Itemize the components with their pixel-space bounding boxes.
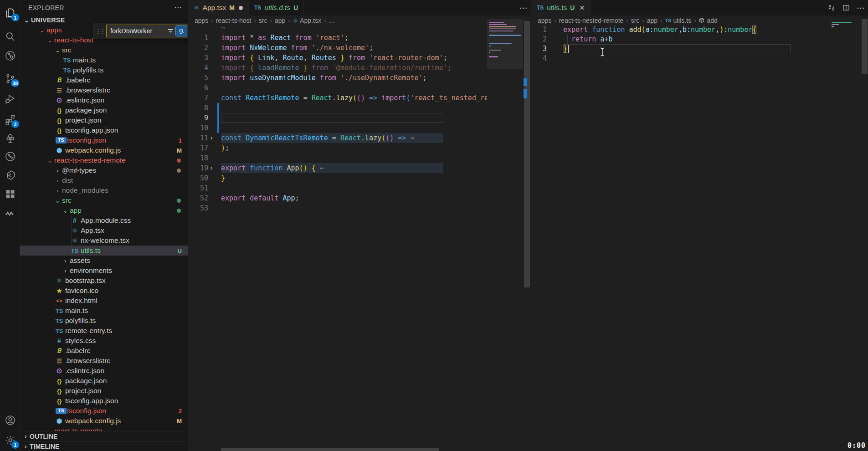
minimap-slider[interactable] xyxy=(487,19,523,69)
tab-utils.ts[interactable]: TSutils.tsU✕ xyxy=(531,0,591,15)
settings-icon[interactable]: 1 xyxy=(0,430,20,450)
tree-file-tsconfig.json[interactable]: TStsconfig.json1 xyxy=(20,135,188,145)
tree-folder-app[interactable]: ⌄app xyxy=(20,205,188,215)
panel-header-timeline[interactable]: ›TIMELINE xyxy=(20,441,188,451)
tree-folder-dist[interactable]: ›dist xyxy=(20,175,188,185)
tree-file-.eslintrc.json[interactable]: ⊙.eslintrc.json xyxy=(20,95,188,105)
scrollbar-thumb[interactable] xyxy=(862,19,868,74)
code-editor[interactable]: ⋯1import * as React from 'react';2import… xyxy=(188,23,487,213)
tree-file-polyfills.ts[interactable]: TSpolyfills.ts xyxy=(20,316,188,326)
code-line-7[interactable]: 7const ReactTsRemote = React.lazy(() => … xyxy=(188,93,487,103)
code-line-53[interactable]: 53 xyxy=(188,203,487,213)
tab-utils.d.ts[interactable]: TSutils.d.tsU xyxy=(249,0,304,15)
breadcrumb-item-apps[interactable]: apps xyxy=(538,17,551,24)
commit-graph-icon[interactable] xyxy=(0,146,20,166)
breadcrumb-item-react-ts-nested-remote[interactable]: react-ts-nested-remote xyxy=(559,17,624,24)
tree-file-bootstrap.tsx[interactable]: ⚛bootstrap.tsx xyxy=(20,276,188,286)
code-line-1[interactable]: 1import * as React from 'react'; xyxy=(188,33,487,43)
tree-file-.browserslistrc[interactable]: ☰.browserslistrc xyxy=(20,356,188,366)
breadcrumb-item-app[interactable]: app xyxy=(647,17,657,24)
tree-file-project.json[interactable]: {}project.json xyxy=(20,386,188,396)
code-line-52[interactable]: 52export default App; xyxy=(188,193,487,203)
code-line-17[interactable]: 17); xyxy=(188,143,487,153)
code-line-19[interactable]: 19›export function App() { ⋯ xyxy=(188,163,487,173)
drag-grip-icon[interactable]: ⋮⋮ xyxy=(94,28,106,35)
explorer-icon[interactable]: 1 xyxy=(0,3,20,23)
tree-file-App.module.css[interactable]: #App.module.css xyxy=(20,215,188,226)
list-filter-icon[interactable] xyxy=(165,26,176,36)
tree-file-tsconfig.json[interactable]: TStsconfig.json2 xyxy=(20,406,188,416)
tree-file-webpack.config.js[interactable]: ⬢webpack.config.jsM xyxy=(20,416,188,426)
tree-file-package.json[interactable]: {}package.json xyxy=(20,376,188,386)
tree-folder-@mf-types[interactable]: ›@mf-types xyxy=(20,165,188,175)
code-line-3[interactable]: 3} xyxy=(531,44,829,54)
tree-folder-src[interactable]: ⌄src xyxy=(20,45,188,55)
tree-folder-node-modules[interactable]: ›node_modules xyxy=(20,185,188,195)
tree-folder-src[interactable]: ⌄src xyxy=(20,195,188,205)
code-line-11[interactable]: 11›const DynamicReactTsRemote = React.la… xyxy=(188,133,487,143)
tree-file-project.json[interactable]: {}project.json xyxy=(20,115,188,125)
tree-file-styles.css[interactable]: #styles.css xyxy=(20,336,188,346)
tree-file-main.ts[interactable]: TSmain.ts xyxy=(20,55,188,65)
tree-file-.eslintrc.json[interactable]: ⊙.eslintrc.json xyxy=(20,366,188,376)
panel-header-outline[interactable]: ›OUTLINE xyxy=(20,431,188,441)
tree-file-.babelrc[interactable]: Ᏼ.babelrc xyxy=(20,75,188,85)
tab-App.tsx[interactable]: ⚛App.tsxM xyxy=(188,0,249,15)
tree-folder-environments[interactable]: ›environments xyxy=(20,266,188,276)
tree-file-.browserslistrc[interactable]: ☰.browserslistrc xyxy=(20,85,188,95)
scrollbar-thumb[interactable] xyxy=(524,21,530,287)
code-line-8[interactable]: 8 xyxy=(188,103,487,113)
code-line-1[interactable]: 1export function add(a:number,b:number,)… xyxy=(531,25,829,35)
code-editor[interactable]: 1export function add(a:number,b:number,)… xyxy=(531,25,829,63)
todo-tree-icon[interactable] xyxy=(0,128,20,148)
more-actions-icon[interactable]: ⋯ xyxy=(857,3,864,13)
run-debug-icon[interactable] xyxy=(0,88,20,108)
scrollbar-thumb[interactable] xyxy=(221,448,439,451)
code-line-2[interactable]: 2 return a+b xyxy=(531,35,829,44)
accounts-icon[interactable] xyxy=(0,410,20,430)
tree-file-remote-entry.ts[interactable]: TSremote-entry.ts xyxy=(20,326,188,336)
tree-file-favicon.ico[interactable]: ★favicon.ico xyxy=(20,286,188,296)
tree-file-main.ts[interactable]: TSmain.ts xyxy=(20,306,188,316)
tree-file-utils.ts[interactable]: TSutils.tsU xyxy=(20,246,188,256)
breadcrumb-item-utils.ts[interactable]: TSutils.ts xyxy=(665,17,691,24)
more-actions-icon[interactable]: ⋯ xyxy=(519,3,527,13)
grid-tool-icon[interactable] xyxy=(0,184,20,204)
code-line-2[interactable]: 2import NxWelcome from './nx-welcome'; xyxy=(188,43,487,53)
code-line-5[interactable]: 5import useDynamicModule from './useDyna… xyxy=(188,73,487,83)
code-line-51[interactable]: 51 xyxy=(188,183,487,193)
code-line-4[interactable]: 4import { loadRemote } from '@module-fed… xyxy=(188,63,487,73)
git-graph-icon[interactable] xyxy=(0,46,20,66)
minimap[interactable] xyxy=(830,15,861,451)
code-line-9[interactable]: 9 xyxy=(188,113,487,123)
tree-file-index.html[interactable]: <>index.html xyxy=(20,296,188,306)
tree-file-nx-welcome.tsx[interactable]: ⚛nx-welcome.tsx xyxy=(20,236,188,246)
code-line-50[interactable]: 50} xyxy=(188,173,487,183)
fold-chevron-icon[interactable]: › xyxy=(208,133,215,143)
close-icon[interactable]: ✕ xyxy=(579,4,585,11)
vertical-scrollbar[interactable] xyxy=(861,15,868,451)
tree-file-webpack.config.js[interactable]: ⬢webpack.config.jsM xyxy=(20,145,188,155)
code-line-18[interactable]: 18 xyxy=(188,153,487,163)
vertical-scrollbar[interactable] xyxy=(523,15,531,451)
code-line-6[interactable]: 6 xyxy=(188,83,487,93)
fold-chevron-icon[interactable]: › xyxy=(208,163,215,173)
source-control-icon[interactable]: 38 xyxy=(0,68,20,88)
tree-folder-assets[interactable]: ›assets xyxy=(20,256,188,266)
tree-file-package.json[interactable]: {}package.json xyxy=(20,105,188,115)
horizontal-scrollbar[interactable] xyxy=(188,448,487,451)
tree-file-.babelrc[interactable]: Ᏼ.babelrc xyxy=(20,346,188,356)
code-line-3[interactable]: 3import { Link, Route, Routes } from 're… xyxy=(188,53,487,63)
search-icon[interactable] xyxy=(0,26,20,46)
code-line-4[interactable]: 4 xyxy=(531,54,829,63)
hexagon-tool-icon[interactable] xyxy=(0,165,20,185)
code-line-fold-hint[interactable]: ⋯ xyxy=(188,23,487,33)
fuzzy-search-icon[interactable] xyxy=(176,26,187,36)
sidebar-more-actions-icon[interactable]: ⋯ xyxy=(174,3,182,12)
split-editor-icon[interactable] xyxy=(842,4,850,12)
tree-file-tsconfig.app.json[interactable]: {}tsconfig.app.json xyxy=(20,396,188,406)
code-line-10[interactable]: 10 xyxy=(188,123,487,133)
tree-file-polyfills.ts[interactable]: TSpolyfills.ts xyxy=(20,65,188,75)
compare-changes-icon[interactable] xyxy=(827,4,836,12)
tree-file-App.tsx[interactable]: ⚛App.tsx xyxy=(20,226,188,236)
